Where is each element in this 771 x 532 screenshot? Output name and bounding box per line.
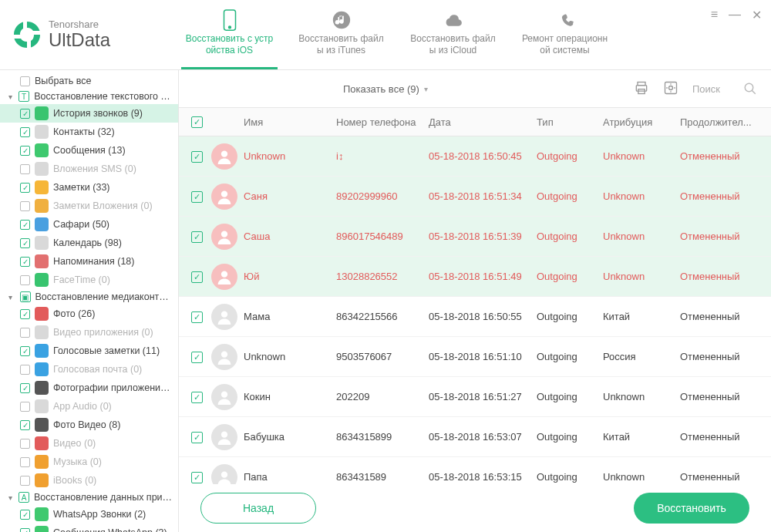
checkbox[interactable] <box>20 201 30 211</box>
checkbox[interactable] <box>20 365 30 375</box>
checkbox[interactable]: ✓ <box>20 257 30 267</box>
checkbox[interactable]: ✓ <box>20 109 30 119</box>
checkbox[interactable] <box>20 76 30 86</box>
row-checkbox[interactable]: ✓ <box>191 271 203 283</box>
section-1[interactable]: ▾▣Восстановление медиаконтента <box>0 289 178 305</box>
row-checkbox[interactable]: ✓ <box>191 472 203 483</box>
row-checkbox[interactable]: ✓ <box>191 432 203 443</box>
table-row[interactable]: ✓Мама8634221556605-18-2018 16:50:55Outgo… <box>179 297 771 337</box>
checkbox[interactable] <box>20 328 30 338</box>
checkbox[interactable]: ✓ <box>20 383 30 393</box>
checkbox[interactable]: ✓ <box>20 183 30 193</box>
checkbox[interactable]: ✓ <box>20 220 30 230</box>
select-all-checkbox[interactable]: ✓ <box>191 116 203 128</box>
select-all-row[interactable]: Выбрать все <box>0 73 178 89</box>
sidebar-item-2-1[interactable]: ✓Сообщения WhatsApp (3) <box>0 524 178 532</box>
cell-type: Outgoing <box>534 391 600 402</box>
item-label: Видео (0) <box>53 438 96 449</box>
row-checkbox[interactable]: ✓ <box>191 392 203 403</box>
sidebar-item-0-2[interactable]: ✓Сообщения (13) <box>0 141 178 160</box>
search-box[interactable]: Поиск <box>692 82 757 96</box>
col-attr[interactable]: Атрибуция <box>600 116 677 128</box>
table-row[interactable]: ✓Unknowni↕05-18-2018 16:50:45OutgoingUnk… <box>179 136 771 177</box>
checkbox[interactable]: ✓ <box>20 127 30 137</box>
print-icon[interactable] <box>634 80 649 98</box>
checkbox[interactable]: ✓ <box>20 420 30 430</box>
sidebar-item-1-9[interactable]: iBooks (0) <box>0 471 178 490</box>
cell-name: Папа <box>241 471 333 483</box>
row-checkbox[interactable]: ✓ <box>191 231 203 243</box>
collapse-icon[interactable]: ▾ <box>6 493 14 502</box>
checkbox[interactable]: ✓ <box>20 238 30 248</box>
checkbox[interactable] <box>20 275 30 285</box>
table-row[interactable]: ✓Саша89601754648905-18-2018 16:51:39Outg… <box>179 217 771 257</box>
row-checkbox[interactable]: ✓ <box>191 151 203 163</box>
close-icon[interactable]: ✕ <box>752 8 762 22</box>
settings-icon[interactable] <box>663 80 678 98</box>
sidebar-item-0-0[interactable]: ✓История звонков (9) <box>0 104 178 123</box>
sidebar-item-0-6[interactable]: ✓Сафари (50) <box>0 215 178 234</box>
call-table: ✓ Имя Номер телефона Дата Тип Атрибуция … <box>179 107 771 484</box>
sidebar-item-0-5[interactable]: Заметки Вложения (0) <box>0 197 178 215</box>
sidebar-item-0-1[interactable]: ✓Контакты (32) <box>0 123 178 141</box>
tab-2[interactable]: Восстановить файлы из iCloud <box>397 0 509 69</box>
checkbox[interactable]: ✓ <box>20 309 30 319</box>
col-phone[interactable]: Номер телефона <box>333 116 426 128</box>
checkbox[interactable] <box>20 476 30 486</box>
sidebar-item-1-6[interactable]: ✓Фото Видео (8) <box>0 416 178 434</box>
col-date[interactable]: Дата <box>426 116 534 128</box>
cell-date: 05-18-2018 16:51:39 <box>426 231 534 242</box>
row-checkbox[interactable]: ✓ <box>191 352 203 363</box>
sidebar-item-0-3[interactable]: Вложения SMS (0) <box>0 160 178 178</box>
table-row[interactable]: ✓Unknown950357606705-18-2018 16:51:10Out… <box>179 337 771 377</box>
row-checkbox[interactable]: ✓ <box>191 191 203 203</box>
tab-3[interactable]: Ремонт операционной системы <box>509 0 621 69</box>
sidebar-item-1-2[interactable]: ✓Голосовые заметки (11) <box>0 342 178 360</box>
checkbox[interactable]: ✓ <box>20 346 30 356</box>
sidebar-item-1-8[interactable]: Музыка (0) <box>0 453 178 471</box>
sidebar-item-1-0[interactable]: ✓Фото (26) <box>0 305 178 323</box>
table-row[interactable]: ✓Кокин20220905-18-2018 16:51:27OutgoingU… <box>179 377 771 417</box>
table-row[interactable]: ✓Саня8920299996005-18-2018 16:51:34Outgo… <box>179 177 771 217</box>
checkbox[interactable] <box>20 402 30 412</box>
sidebar-item-0-4[interactable]: ✓Заметки (33) <box>0 178 178 197</box>
table-row[interactable]: ✓Юй1302882655205-18-2018 16:51:49Outgoin… <box>179 257 771 297</box>
section-0[interactable]: ▾TВосстановление текстового содержи <box>0 89 178 104</box>
checkbox[interactable] <box>20 439 30 449</box>
avatar <box>211 384 237 410</box>
sidebar-item-2-0[interactable]: ✓WhatsApp Звонки (2) <box>0 505 178 524</box>
checkbox[interactable] <box>20 164 30 174</box>
collapse-icon[interactable]: ▾ <box>6 93 14 101</box>
checkbox[interactable]: ✓ <box>20 528 30 533</box>
col-type[interactable]: Тип <box>534 116 600 128</box>
minimize-icon[interactable]: — <box>729 8 741 22</box>
filter-dropdown[interactable]: Показать все (9) ▾ <box>343 83 428 95</box>
sidebar-item-1-5[interactable]: App Audio (0) <box>0 397 178 416</box>
sidebar-item-0-8[interactable]: ✓Напоминания (18) <box>0 252 178 271</box>
sidebar-item-0-9[interactable]: FaceTime (0) <box>0 271 178 289</box>
sidebar-item-1-1[interactable]: Видео приложения (0) <box>0 323 178 342</box>
sidebar-item-0-7[interactable]: ✓Календарь (98) <box>0 234 178 252</box>
sidebar-item-1-4[interactable]: ✓Фотографии приложений (24 <box>0 379 178 397</box>
back-button[interactable]: Назад <box>200 493 316 524</box>
section-2[interactable]: ▾AВосстановление данных приложений <box>0 490 178 505</box>
col-dur[interactable]: Продолжител... <box>677 116 762 128</box>
sidebar-item-1-3[interactable]: Голосовая почта (0) <box>0 360 178 379</box>
table-row[interactable]: ✓Бабушка863431589905-18-2018 16:53:07Out… <box>179 417 771 457</box>
tab-0[interactable]: Восстановить с устройства iOS <box>173 0 285 69</box>
tab-1[interactable]: Восстановить файлы из iTunes <box>285 0 397 69</box>
table-row[interactable]: ✓Папа86343158905-18-2018 16:53:15Outgoin… <box>179 457 771 484</box>
collapse-icon[interactable]: ▾ <box>6 293 15 301</box>
item-label: Календарь (98) <box>53 237 122 248</box>
checkbox[interactable] <box>20 457 30 467</box>
row-checkbox[interactable]: ✓ <box>191 311 203 323</box>
svg-point-14 <box>221 311 227 317</box>
recover-button[interactable]: Восстановить <box>634 493 749 524</box>
menu-icon[interactable]: ≡ <box>711 8 718 22</box>
col-name[interactable]: Имя <box>241 116 333 128</box>
cell-dur: Отмененный <box>677 431 762 443</box>
sidebar-item-1-7[interactable]: Видео (0) <box>0 434 178 453</box>
checkbox[interactable]: ✓ <box>20 146 30 156</box>
cell-phone: 8634315899 <box>333 431 426 443</box>
checkbox[interactable]: ✓ <box>20 510 30 520</box>
